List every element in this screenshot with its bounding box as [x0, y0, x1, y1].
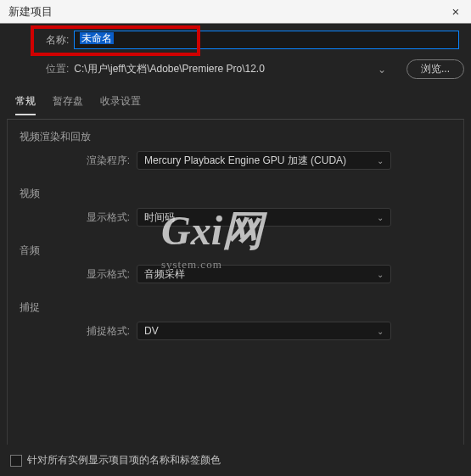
window-title: 新建项目	[8, 4, 53, 20]
new-project-dialog: 新建项目 × 名称: 未命名 位置: C:\用户\jeff\文档\Adobe\P…	[0, 0, 471, 476]
show-names-checkbox[interactable]	[10, 455, 22, 467]
tab-scratch-disks[interactable]: 暂存盘	[53, 91, 83, 115]
video-format-value: 时间码	[144, 210, 175, 225]
close-icon: ×	[452, 4, 460, 19]
audio-format-dropdown[interactable]: 音频采样 ⌄	[137, 265, 391, 283]
titlebar: 新建项目 ×	[0, 0, 471, 24]
audio-format-label: 显示格式:	[20, 267, 130, 282]
audio-format-field: 显示格式: 音频采样 ⌄	[20, 265, 451, 283]
renderer-field: 渲染程序: Mercury Playback Engine GPU 加速 (CU…	[20, 151, 451, 170]
video-format-label: 显示格式:	[20, 210, 130, 225]
section-capture-title: 捕捉	[20, 300, 451, 315]
capture-format-label: 捕捉格式:	[20, 324, 130, 339]
chevron-down-icon: ⌄	[377, 156, 384, 165]
show-names-checkbox-label: 针对所有实例显示项目项的名称和标签颜色	[27, 453, 221, 468]
section-video-title: 视频	[20, 187, 451, 201]
section-capture: 捕捉 捕捉格式: DV ⌄	[20, 300, 451, 340]
section-render: 视频渲染和回放 渲染程序: Mercury Playback Engine GP…	[20, 130, 451, 170]
chevron-down-icon: ⌄	[378, 64, 386, 76]
tab-general[interactable]: 常规	[15, 91, 36, 115]
general-panel: 视频渲染和回放 渲染程序: Mercury Playback Engine GP…	[7, 119, 464, 445]
capture-format-field: 捕捉格式: DV ⌄	[20, 322, 451, 340]
location-path-display[interactable]: C:\用户\jeff\文档\Adobe\Premiere Pro\12.0 ⌄	[74, 62, 407, 76]
renderer-label: 渲染程序:	[20, 154, 130, 168]
tab-ingest-settings[interactable]: 收录设置	[100, 91, 141, 115]
name-input-value: 未命名	[80, 32, 114, 44]
section-render-title: 视频渲染和回放	[20, 130, 451, 144]
renderer-value: Mercury Playback Engine GPU 加速 (CUDA)	[144, 154, 346, 168]
video-format-dropdown[interactable]: 时间码 ⌄	[137, 208, 391, 227]
section-audio-title: 音频	[20, 244, 451, 258]
video-format-field: 显示格式: 时间码 ⌄	[20, 208, 451, 227]
chevron-down-icon: ⌄	[377, 270, 384, 279]
capture-format-dropdown[interactable]: DV ⌄	[137, 322, 391, 340]
dialog-content: 名称: 未命名 位置: C:\用户\jeff\文档\Adobe\Premiere…	[0, 24, 471, 476]
capture-format-value: DV	[144, 325, 159, 337]
location-label: 位置:	[46, 62, 69, 76]
location-row: 位置: C:\用户\jeff\文档\Adobe\Premiere Pro\12.…	[7, 59, 464, 79]
audio-format-value: 音频采样	[144, 267, 185, 282]
browse-button[interactable]: 浏览...	[407, 59, 464, 79]
close-button[interactable]: ×	[446, 2, 466, 22]
section-video: 视频 显示格式: 时间码 ⌄	[20, 187, 451, 227]
section-audio: 音频 显示格式: 音频采样 ⌄	[20, 244, 451, 283]
chevron-down-icon: ⌄	[377, 327, 384, 336]
show-names-checkbox-row: 针对所有实例显示项目项的名称和标签颜色	[7, 445, 464, 476]
chevron-down-icon: ⌄	[377, 213, 384, 222]
location-path-text: C:\用户\jeff\文档\Adobe\Premiere Pro\12.0	[74, 62, 265, 76]
name-label: 名称:	[46, 33, 69, 48]
name-input[interactable]: 未命名	[74, 31, 459, 49]
renderer-dropdown[interactable]: Mercury Playback Engine GPU 加速 (CUDA) ⌄	[137, 151, 391, 170]
tabs-bar: 常规 暂存盘 收录设置	[7, 91, 464, 115]
name-row: 名称: 未命名	[7, 31, 464, 49]
